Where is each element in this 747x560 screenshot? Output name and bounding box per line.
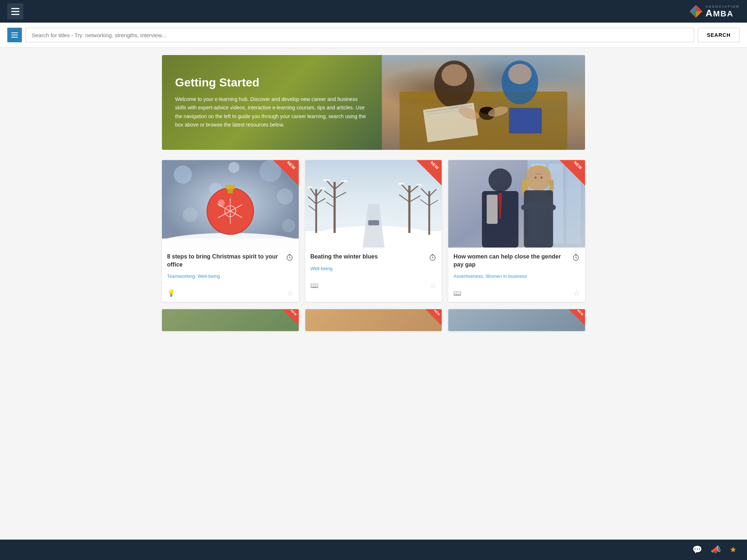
search-button[interactable]: SEARCH — [698, 28, 740, 42]
card-women: NEW How women can help close the gender … — [448, 160, 585, 302]
card-tags-women: Assertiveness, Women in business — [453, 273, 580, 279]
card-title-winter: Beating the winter blues — [310, 253, 437, 261]
hero-banner: Getting Started Welcome to your e-learni… — [162, 55, 585, 150]
svg-point-68 — [322, 179, 330, 181]
svg-rect-80 — [487, 195, 498, 224]
card-tag-winter[interactable]: Well-being — [310, 266, 333, 271]
star-favorite-icon[interactable]: ★ — [729, 545, 737, 555]
timer-icon-christmas — [286, 253, 294, 261]
star-icon-christmas[interactable]: ☆ — [287, 289, 294, 298]
svg-point-27 — [282, 219, 295, 232]
new-badge-winter — [416, 160, 442, 186]
svg-point-38 — [217, 199, 225, 207]
announce-icon[interactable]: 📣 — [711, 545, 721, 555]
search-input[interactable] — [26, 28, 694, 42]
partial-card-img-2: NEW — [305, 309, 442, 331]
hero-image — [382, 55, 585, 150]
svg-point-10 — [508, 64, 532, 84]
logo-text-area: ASSOCIATION AMBA — [705, 5, 740, 18]
svg-point-21 — [174, 166, 192, 184]
svg-rect-29 — [162, 238, 299, 248]
card-title-christmas: 8 steps to bring Christmas spirit to you… — [167, 253, 294, 269]
svg-rect-83 — [524, 190, 553, 248]
partial-card-3: NEW — [448, 309, 585, 331]
svg-point-70 — [398, 183, 404, 185]
top-nav: ASSOCIATION AMBA — [0, 0, 747, 23]
cards-grid: NEW 8 steps to bring Christmas spirit to… — [162, 160, 585, 302]
svg-point-69 — [341, 180, 348, 182]
book-icon-women: 📖 — [453, 289, 461, 297]
svg-point-78 — [489, 168, 512, 192]
partial-card-img-3: NEW — [448, 309, 585, 331]
timer-icon-women — [572, 253, 580, 261]
partial-card-2: NEW — [305, 309, 442, 331]
star-icon-winter[interactable]: ☆ — [430, 281, 437, 290]
card-footer-winter: 📖 ☆ — [305, 279, 442, 294]
svg-rect-60 — [428, 191, 430, 235]
search-menu-button[interactable] — [7, 28, 22, 42]
partial-cards-row: NEW NEW NEW — [162, 309, 585, 331]
card-tags-winter: Well-being — [310, 265, 437, 272]
star-icon-women[interactable]: ☆ — [573, 289, 580, 298]
card-body-women: How women can help close the gender pay … — [448, 248, 585, 287]
svg-point-25 — [183, 207, 197, 222]
card-footer-women: 📖 ☆ — [448, 287, 585, 302]
card-tag-christmas[interactable]: Teamworking, Well-being — [167, 273, 220, 279]
new-badge-women — [560, 160, 585, 186]
svg-rect-6 — [400, 92, 568, 99]
card-image-winter: NEW — [305, 160, 442, 248]
svg-point-86 — [541, 176, 543, 179]
new-badge-christmas — [273, 160, 299, 186]
partial-card-img-1: NEW — [162, 309, 299, 331]
timer-icon-winter — [429, 253, 437, 261]
card-winter: NEW Beating the winter blues Well-being — [305, 160, 442, 302]
card-image-christmas: NEW — [162, 160, 299, 248]
card-footer-christmas: 💡 ☆ — [162, 287, 299, 302]
svg-rect-65 — [368, 220, 379, 225]
bottom-nav: 💬 📣 ★ — [0, 540, 747, 560]
card-tag-women[interactable]: Assertiveness, Women in business — [453, 273, 527, 279]
chat-icon[interactable]: 💬 — [692, 545, 702, 555]
card-tags-christmas: Teamworking, Well-being — [167, 273, 294, 279]
svg-point-85 — [535, 176, 537, 179]
hero-description: Welcome to your e-learning hub. Discover… — [175, 95, 369, 129]
svg-rect-33 — [225, 185, 235, 189]
hero-title: Getting Started — [175, 76, 369, 89]
svg-point-26 — [228, 162, 239, 173]
partial-card-1: NEW — [162, 309, 299, 331]
book-icon-winter: 📖 — [310, 281, 318, 289]
main-content: Getting Started Welcome to your e-learni… — [155, 48, 592, 338]
card-image-women: NEW — [448, 160, 585, 248]
card-title-women: How women can help close the gender pay … — [453, 253, 580, 269]
logo-icon — [689, 5, 703, 18]
hero-text-area: Getting Started Welcome to your e-learni… — [162, 55, 382, 150]
card-body-christmas: 8 steps to bring Christmas spirit to you… — [162, 248, 299, 287]
hamburger-menu-button[interactable] — [7, 3, 23, 19]
card-body-winter: Beating the winter blues Well-being — [305, 248, 442, 279]
svg-point-24 — [277, 188, 293, 205]
svg-point-8 — [442, 64, 467, 86]
lightbulb-icon: 💡 — [167, 289, 175, 297]
svg-rect-14 — [511, 109, 541, 132]
logo: ASSOCIATION AMBA — [689, 5, 740, 18]
svg-point-66 — [307, 186, 313, 188]
card-christmas: NEW 8 steps to bring Christmas spirit to… — [162, 160, 299, 302]
search-bar: SEARCH — [0, 23, 747, 48]
svg-point-67 — [320, 187, 325, 190]
